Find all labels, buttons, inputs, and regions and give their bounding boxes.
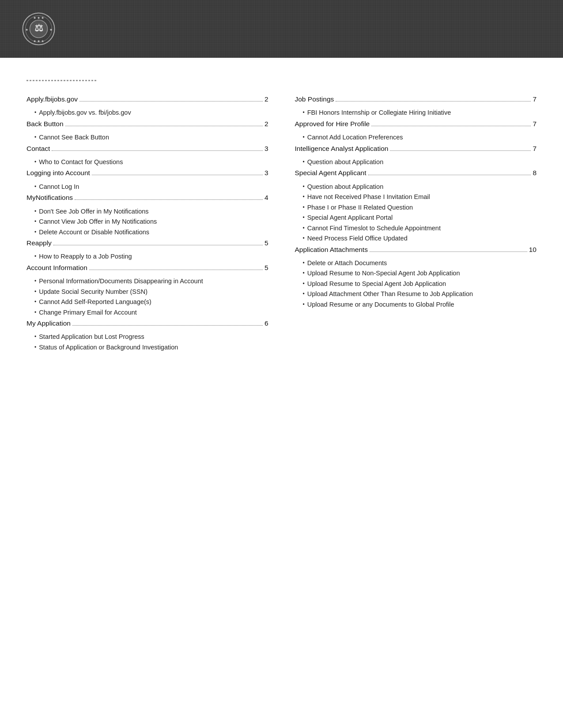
toc-bullet: • <box>303 259 305 267</box>
toc-sub-label: Delete Account or Disable Notifications <box>39 227 149 237</box>
toc-main-entry: My Application6 <box>26 318 268 329</box>
toc-dots <box>336 101 531 101</box>
toc-sub-entry: •FBI Honors Internship or Collegiate Hir… <box>295 108 537 117</box>
toc-divider <box>26 80 97 81</box>
toc-page-number: 7 <box>533 143 537 154</box>
toc-dots <box>65 126 263 126</box>
toc-bullet: • <box>34 308 36 317</box>
toc-page-number: 8 <box>533 167 537 179</box>
toc-dots <box>92 175 263 175</box>
toc-bullet: • <box>34 109 36 117</box>
toc-page-number: 3 <box>264 167 268 179</box>
toc-entry-label: Approved for Hire Profile <box>295 118 370 130</box>
toc-sub-entry: •Delete Account or Disable Notifications <box>26 227 268 237</box>
toc-sub-label: Upload Resume or any Documents to Global… <box>307 300 454 309</box>
toc-sub-entry: •Cannot Add Self-Reported Language(s) <box>26 297 268 307</box>
toc-bullet: • <box>303 133 305 142</box>
toc-dots <box>79 101 263 101</box>
toc-main-entry: Reapply5 <box>26 237 268 249</box>
page: ⚖ ★ ★ ★ ★ ★ ★ ★ ★ Apply.fbijobs.gov2•App… <box>0 0 563 728</box>
toc-bullet: • <box>34 158 36 166</box>
toc-main-entry: Application Attachments10 <box>295 244 537 255</box>
toc-sub-label: Cannot Log In <box>39 182 79 191</box>
toc-sub-entry: •Cannot Add Location Preferences <box>295 132 537 142</box>
toc-dots <box>370 251 527 252</box>
toc-sub-entry: •Don't See Job Offer in My Notifications <box>26 206 268 216</box>
toc-dots <box>72 325 263 326</box>
toc-bullet: • <box>34 298 36 306</box>
header: ⚖ ★ ★ ★ ★ ★ ★ ★ ★ <box>0 0 563 58</box>
toc-sub-entry: •Phase I or Phase II Related Question <box>295 203 537 212</box>
toc-sub-entry: •Change Primary Email for Account <box>26 308 268 317</box>
svg-text:⚖: ⚖ <box>34 23 43 34</box>
toc-main-entry: Back Button2 <box>26 118 268 130</box>
toc-sub-label: Don't See Job Offer in My Notifications <box>39 206 148 216</box>
toc-entry-label: Back Button <box>26 118 64 130</box>
toc-bullet: • <box>303 193 305 201</box>
toc-main-entry: Account Information5 <box>26 262 268 274</box>
toc-sub-entry: •Update Social Security Number (SSN) <box>26 287 268 296</box>
toc-sub-entry: •Cannot Log In <box>26 182 268 191</box>
toc-dots <box>368 175 531 175</box>
toc-entry-label: Contact <box>26 143 50 154</box>
toc-sub-entry: •Apply.fbijobs.gov vs. fbi/jobs.gov <box>26 108 268 117</box>
toc-sub-entry: •Started Application but Lost Progress <box>26 332 268 341</box>
toc-page-number: 10 <box>529 244 537 255</box>
toc-main-entry: Logging into Account3 <box>26 167 268 179</box>
toc-main-entry: Contact3 <box>26 143 268 154</box>
toc-bullet: • <box>34 343 36 352</box>
toc-bullet: • <box>34 228 36 236</box>
toc-sub-entry: •Need Process Field Office Updated <box>295 233 537 243</box>
toc-main-entry: Job Postings7 <box>295 94 537 105</box>
content: Apply.fbijobs.gov2•Apply.fbijobs.gov vs.… <box>0 58 563 375</box>
toc-sub-label: Have not Received Phase I Invitation Ema… <box>307 192 430 202</box>
toc-dots <box>52 150 262 151</box>
toc-bullet: • <box>303 269 305 278</box>
toc-sub-label: Cannot See Back Button <box>39 132 109 142</box>
toc-bullet: • <box>303 300 305 309</box>
toc-sub-entry: •Have not Received Phase I Invitation Em… <box>295 192 537 202</box>
toc-sub-label: Upload Resume to Special Agent Job Appli… <box>307 279 446 289</box>
toc-bullet: • <box>303 234 305 243</box>
toc-bullet: • <box>303 183 305 191</box>
toc-sub-entry: •Upload Attachment Other Than Resume to … <box>295 289 537 299</box>
toc-page-number: 4 <box>264 192 268 203</box>
toc-entry-label: Job Postings <box>295 94 334 105</box>
toc-sub-entry: •Status of Application or Background Inv… <box>26 342 268 352</box>
toc-entry-label: Application Attachments <box>295 244 368 255</box>
toc-sub-label: Cannot View Job Offer in My Notification… <box>39 217 157 226</box>
toc-dots <box>390 150 531 151</box>
toc-sub-entry: •Who to Contact for Questions <box>26 157 268 167</box>
toc-main-entry: MyNotifications4 <box>26 192 268 203</box>
toc-sub-entry: •Delete or Attach Documents <box>295 258 537 268</box>
toc-left-column: Apply.fbijobs.gov2•Apply.fbijobs.gov vs.… <box>26 94 268 353</box>
toc-entry-label: Logging into Account <box>26 167 90 179</box>
toc-sub-label: Question about Application <box>307 157 384 167</box>
toc-sub-label: Apply.fbijobs.gov vs. fbi/jobs.gov <box>39 108 131 117</box>
toc-sub-label: Upload Resume to Non-Special Agent Job A… <box>307 268 460 278</box>
toc-bullet: • <box>34 207 36 216</box>
toc-sub-label: Change Primary Email for Account <box>39 308 137 317</box>
toc-page-number: 5 <box>264 237 268 249</box>
toc-sub-entry: •Special Agent Applicant Portal <box>295 213 537 222</box>
toc-dots <box>53 245 263 245</box>
toc-entry-label: Account Information <box>26 262 87 274</box>
toc-bullet: • <box>34 133 36 142</box>
toc-dots <box>89 270 263 270</box>
svg-text:★: ★ <box>49 28 53 32</box>
toc-bullet: • <box>303 280 305 288</box>
toc-sub-label: Status of Application or Background Inve… <box>39 342 178 352</box>
toc-bullet: • <box>303 158 305 166</box>
toc-sub-entry: •Upload Resume to Special Agent Job Appl… <box>295 279 537 289</box>
toc-page-number: 7 <box>533 94 537 105</box>
toc-page-number: 2 <box>264 94 268 105</box>
toc-sub-label: Personal Information/Documents Disappear… <box>39 276 203 286</box>
toc-sub-label: Delete or Attach Documents <box>307 258 387 268</box>
toc-entry-label: My Application <box>26 318 71 329</box>
toc-sub-label: Question about Application <box>307 182 384 191</box>
toc-sub-label: Cannot Add Self-Reported Language(s) <box>39 297 151 307</box>
toc-sub-label: Upload Attachment Other Than Resume to J… <box>307 289 473 299</box>
toc-sub-entry: •Question about Application <box>295 157 537 167</box>
toc-page-number: 3 <box>264 143 268 154</box>
toc-bullet: • <box>34 252 36 261</box>
